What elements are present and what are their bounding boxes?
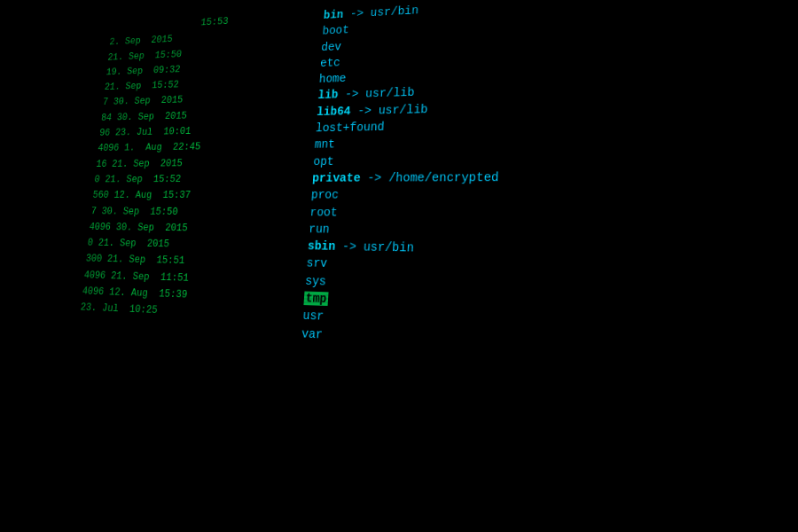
right-col: etc — [319, 54, 340, 71]
right-col: var — [301, 325, 324, 343]
dir-name: mnt — [314, 138, 335, 152]
left-col: 16 21. Sep 2015 — [96, 155, 314, 171]
right-col: sys — [305, 272, 327, 290]
arrow: -> usr/bin — [349, 4, 419, 20]
terminal-content: 15:53 bin -> usr/bin 2. Sep 2015 boot 21… — [46, 0, 798, 532]
left-col: 560 12. Aug 15:37 — [92, 188, 312, 203]
right-col: home — [318, 70, 347, 87]
dir-name: lost+found — [316, 121, 385, 135]
dir-name: opt — [313, 154, 334, 168]
dir-name: root — [309, 205, 338, 218]
dir-name: etc — [320, 56, 341, 69]
dir-name: sbin — [307, 239, 335, 254]
right-col: lib64 -> usr/lib — [317, 101, 428, 121]
arrow: -> /home/encrypted — [367, 170, 499, 184]
dir-name: srv — [306, 256, 327, 270]
lines-wrapper: 15:53 bin -> usr/bin 2. Sep 2015 boot 21… — [63, 0, 798, 381]
right-col: proc — [310, 187, 339, 204]
right-col: dev — [321, 38, 342, 55]
dir-name: dev — [321, 40, 342, 53]
dir-name-highlighted: tmp — [303, 292, 328, 307]
right-col: boot — [322, 22, 349, 39]
right-col: run — [309, 221, 331, 239]
dir-name: home — [318, 72, 346, 85]
dir-name: bin — [323, 8, 343, 21]
left-col: 0 21. Sep 15:52 — [94, 171, 313, 186]
dir-name: lib — [317, 89, 339, 102]
right-col: private -> /home/encrypted — [312, 168, 499, 186]
dir-name: var — [301, 326, 324, 341]
terminal-screen: 15:53 bin -> usr/bin 2. Sep 2015 boot 21… — [0, 0, 798, 532]
arrow: -> usr/bin — [342, 240, 415, 255]
right-col: sbin -> usr/bin — [307, 238, 414, 257]
right-col: opt — [313, 153, 334, 170]
right-col: tmp — [303, 290, 329, 309]
dir-name: sys — [305, 274, 327, 288]
left-col: 4096 1. Aug 22:45 — [98, 138, 316, 156]
dir-name: run — [309, 223, 330, 237]
arrow: -> usr/lib — [345, 86, 415, 101]
dir-name: private — [312, 171, 361, 184]
dir-name: usr — [302, 309, 325, 324]
right-col: usr — [302, 307, 325, 325]
left-col: 7 30. Sep 15:50 — [90, 204, 310, 220]
dir-name: proc — [310, 188, 339, 201]
right-col: mnt — [314, 137, 335, 153]
arrow: -> usr/lib — [357, 103, 428, 118]
dir-name: lib64 — [317, 105, 351, 119]
right-col: root — [309, 204, 338, 221]
dir-name: boot — [322, 24, 349, 38]
right-col: lost+found — [315, 119, 385, 137]
right-col: srv — [306, 254, 328, 272]
